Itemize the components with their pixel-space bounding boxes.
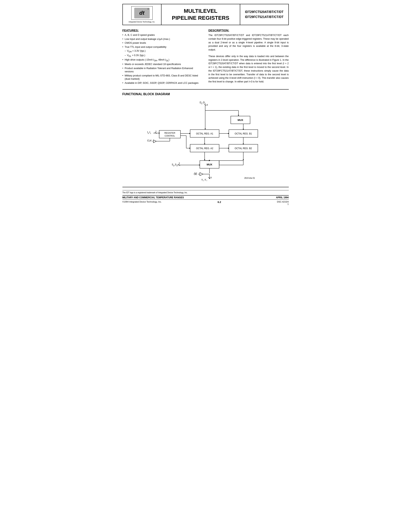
s0-s1-label: S0,S1 [172, 163, 177, 167]
footer-bar: MILITARY AND COMMERCIAL TEMPERATURE RANG… [122, 195, 289, 200]
svg-marker-20 [159, 133, 160, 134]
feature-item: A, B, C and D speed grades [122, 33, 203, 37]
svg-marker-10 [204, 159, 205, 161]
bus8-top-label: 8 [206, 104, 208, 106]
feature-item: High drive outputs (-15mA IOH, 48mA IOL) [122, 58, 203, 62]
feature-item: Available in DIP, SOIC, SSOP, QSOP, CERP… [122, 81, 203, 85]
fbd-section: FUNCTIONAL BLOCK DIAGRAM D0-D7 8 MUX OCT… [122, 93, 289, 181]
svg-marker-48 [228, 148, 229, 149]
footer-doc-number: DSC-4215/4 [277, 201, 289, 203]
part-line1: IDT29FCT520AT/BT/CT/DT [245, 10, 284, 15]
diagram-container: D0-D7 8 MUX OCTAL REG. A1 OCTAL REG. A2 [122, 100, 289, 181]
mux-top-label: MUX [237, 119, 243, 122]
description-column: DESCRIPTION: The IDT29FCT520AT/BT/CT/DT … [208, 29, 289, 85]
logo-dt-text: dt [139, 10, 144, 16]
feature-item: Low input and output leakage ≤1μA (max.) [122, 38, 203, 41]
footer-bar-date: APRIL 1994 [276, 196, 289, 199]
description-para2: These devices differ only in the way dat… [208, 55, 289, 84]
part-line2: IDT29FCT521AT/BT/CT/DT [245, 15, 284, 19]
svg-marker-16 [243, 159, 244, 161]
feature-item: Meets or exceeds JEDEC standard 18 speci… [122, 63, 203, 66]
footer-bar-title: MILITARY AND COMMERCIAL TEMPERATURE RANG… [122, 196, 184, 199]
footer-bottom: ©1994 Integrated Device Technology, Inc.… [122, 201, 289, 205]
feature-item: CMOS power levels [122, 41, 203, 45]
footer-doc-info: DSC-4215/4 1 [277, 201, 289, 205]
features-list: A, B, C and D speed grades Low input and… [122, 33, 203, 85]
feature-sub-item: VOH = 3.3V (typ.) [122, 49, 203, 53]
svg-marker-33 [199, 164, 200, 166]
reg-control-label2: CONTROL [165, 135, 175, 137]
bus8-bottom-label: 8 [210, 176, 212, 179]
bus2-s-label: 2 [179, 162, 180, 164]
octal-a2-label: OCTAL REG. A2 [196, 147, 213, 150]
fbd-title: FUNCTIONAL BLOCK DIAGRAM [122, 93, 289, 96]
svg-marker-6 [205, 128, 206, 130]
svg-marker-12 [243, 129, 244, 130]
description-para1: The IDT29FCT520AT/BT/CT/DT and IDT29FCT5… [208, 33, 289, 52]
oe-buffer [200, 172, 203, 176]
features-description-section: FEATURES: A, B, C and D speed grades Low… [122, 29, 289, 85]
functional-block-diagram-svg: D0-D7 8 MUX OCTAL REG. A1 OCTAL REG. A2 [134, 100, 277, 181]
octal-a1-label: OCTAL REG. A1 [196, 132, 213, 135]
bus2-io-label: 2 [155, 130, 157, 133]
clk-label: CLK [147, 139, 152, 142]
title-line1: MULTILEVEL [172, 8, 229, 15]
logo-tagline: Integrated Device Technology, Inc. [129, 21, 155, 23]
svg-marker-4 [238, 115, 239, 116]
footer-page-number: 6.2 [218, 201, 221, 205]
oe-label: O̅E̅ [194, 173, 197, 175]
description-title: DESCRIPTION: [208, 29, 289, 32]
d0d7-label: D0-D7 [200, 101, 206, 105]
title-line2: PIPELINE REGISTERS [172, 15, 229, 21]
section-divider [122, 89, 289, 90]
feature-item: Military product compliant to MIL-STD-88… [122, 74, 203, 81]
svg-marker-46 [228, 133, 229, 134]
svg-marker-8 [204, 143, 205, 145]
footer-page-num-right: 1 [287, 203, 289, 205]
svg-marker-26 [189, 133, 190, 134]
reg-control-label1: REGISTER [164, 132, 175, 134]
header-part-numbers: IDT29FCT520AT/BT/CT/DT IDT29FCT521AT/BT/… [240, 4, 288, 25]
header-title-text: MULTILEVEL PIPELINE REGISTERS [172, 8, 229, 22]
logo-section: dt ® Integrated Device Technology, Inc. [123, 4, 161, 25]
feature-sub-item: VOL = 0.3V (typ.) [122, 54, 203, 58]
octal-b2-label: OCTAL REG. B2 [235, 147, 252, 150]
octal-b1-label: OCTAL REG. B1 [235, 132, 252, 135]
footer-divider-top [122, 187, 289, 187]
y0y7-label: Y0-Y7 [201, 179, 207, 181]
svg-marker-14 [243, 143, 244, 145]
logo-box: dt ® [131, 6, 153, 20]
clk-buffer [153, 140, 156, 143]
feature-item: True TTL input and output compatibility [122, 46, 203, 49]
header-title-section: MULTILEVEL PIPELINE REGISTERS [161, 4, 240, 25]
part-numbers-text: IDT29FCT520AT/BT/CT/DT IDT29FCT521AT/BT/… [245, 10, 284, 19]
feature-item: Product available in Radiation Tolerant … [122, 67, 203, 74]
footer-trademark: The IDT logo is a registered trademark o… [122, 190, 289, 194]
reg-control-box [159, 130, 180, 138]
features-title: FEATURES: [122, 29, 203, 32]
features-column: FEATURES: A, B, C and D speed grades Low… [122, 29, 203, 85]
io-i1-label: I0,I1 [147, 131, 151, 134]
mux-bottom-label: MUX [206, 163, 212, 166]
drawing-number: 2619 drw 01 [244, 177, 255, 179]
header: dt ® Integrated Device Technology, Inc. … [122, 4, 289, 25]
logo-reg-mark: ® [148, 8, 149, 10]
svg-marker-30 [189, 148, 190, 149]
footer-copyright: ©1994 Integrated Device Technology, Inc. [122, 201, 162, 205]
